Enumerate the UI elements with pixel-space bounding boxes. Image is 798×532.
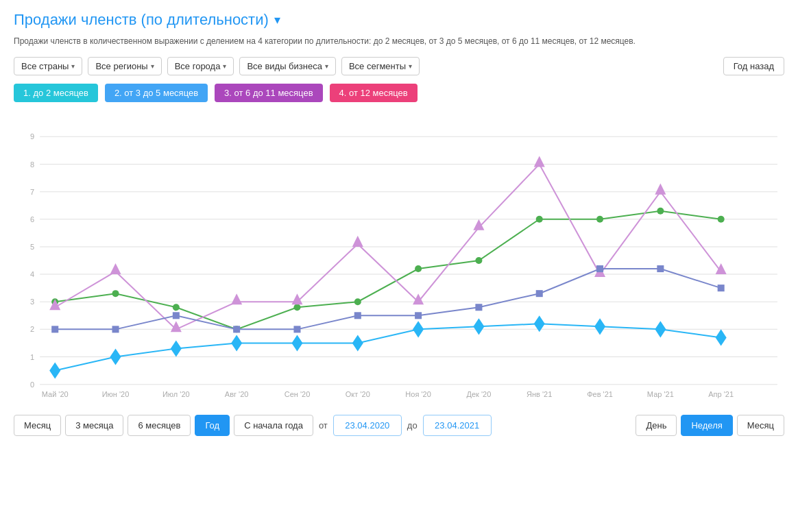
svg-rect-67 — [718, 285, 725, 291]
svg-text:Апр '21: Апр '21 — [708, 390, 734, 398]
svg-text:6: 6 — [30, 215, 34, 223]
svg-marker-52 — [534, 156, 545, 167]
bottom-controls: Месяц 3 месяца 6 месяцев Год С начала го… — [14, 408, 784, 439]
to-date-input[interactable] — [423, 415, 492, 436]
svg-text:Сен '20: Сен '20 — [285, 390, 311, 398]
svg-marker-55 — [716, 263, 727, 274]
chart-area: 0 1 2 3 4 5 6 7 8 9 — [14, 113, 784, 408]
chart-legend: 1. до 2 месяцев 2. от 3 до 5 месяцев 3. … — [14, 84, 784, 102]
svg-text:4: 4 — [30, 270, 34, 278]
svg-rect-64 — [536, 290, 543, 297]
svg-text:8: 8 — [30, 160, 34, 168]
svg-marker-33 — [110, 348, 121, 365]
svg-point-31 — [718, 216, 725, 223]
svg-marker-32 — [49, 362, 60, 378]
svg-rect-57 — [112, 326, 119, 332]
from-date-input[interactable] — [333, 415, 402, 436]
svg-rect-56 — [51, 326, 58, 332]
ytd-button[interactable]: С начала года — [234, 415, 313, 436]
svg-marker-36 — [291, 335, 302, 351]
legend-item-2[interactable]: 2. от 3 до 5 месяцев — [105, 84, 208, 102]
three-months-button[interactable]: 3 месяца — [65, 415, 123, 436]
year-button[interactable]: Год — [195, 415, 230, 436]
segments-dropdown-icon: ▾ — [409, 62, 412, 70]
cities-dropdown-icon: ▾ — [223, 62, 226, 70]
legend-item-3[interactable]: 3. от 6 до 11 месяцев — [215, 84, 322, 102]
svg-text:9: 9 — [30, 132, 34, 141]
svg-rect-62 — [415, 312, 422, 319]
series-cyan — [49, 315, 727, 378]
svg-marker-49 — [352, 236, 363, 247]
svg-marker-39 — [473, 318, 484, 335]
svg-point-26 — [415, 265, 422, 272]
regions-dropdown-icon: ▾ — [151, 62, 154, 70]
svg-point-27 — [475, 257, 482, 264]
countries-dropdown-icon: ▾ — [71, 62, 75, 70]
svg-point-22 — [173, 304, 180, 311]
svg-text:Фев '21: Фев '21 — [587, 390, 613, 398]
svg-text:1: 1 — [30, 352, 34, 361]
svg-marker-47 — [231, 293, 242, 304]
svg-text:Июл '20: Июл '20 — [162, 390, 190, 398]
from-label: от — [317, 420, 329, 431]
series-purple — [49, 156, 727, 332]
svg-text:Дек '20: Дек '20 — [467, 390, 492, 398]
filter-segments[interactable]: Все сегменты ▾ — [341, 57, 420, 75]
svg-text:Ноя '20: Ноя '20 — [405, 390, 431, 398]
svg-point-24 — [293, 304, 300, 311]
filter-countries[interactable]: Все страны ▾ — [14, 57, 82, 75]
svg-rect-66 — [657, 265, 664, 272]
title-dropdown-icon[interactable]: ▾ — [274, 12, 280, 27]
filter-cities[interactable]: Все города ▾ — [167, 57, 234, 75]
week-button[interactable]: Неделя — [681, 415, 732, 436]
series-blue — [51, 265, 724, 332]
svg-marker-38 — [413, 321, 424, 337]
svg-marker-54 — [655, 183, 666, 194]
svg-rect-59 — [233, 326, 240, 332]
legend-item-1[interactable]: 1. до 2 месяцев — [14, 84, 98, 102]
svg-text:3: 3 — [30, 298, 34, 306]
svg-marker-41 — [594, 318, 605, 335]
svg-rect-58 — [173, 312, 180, 319]
to-label: до — [406, 420, 419, 431]
svg-rect-60 — [293, 326, 300, 332]
x-axis-labels: Май '20 Июн '20 Июл '20 Авг '20 Сен '20 … — [42, 390, 734, 398]
svg-text:Мар '21: Мар '21 — [647, 390, 674, 398]
svg-text:Янв '21: Янв '21 — [527, 390, 552, 398]
period-button[interactable]: Год назад — [723, 57, 784, 75]
y-axis: 0 1 2 3 4 5 6 7 8 9 — [30, 132, 777, 388]
svg-marker-45 — [110, 263, 121, 274]
svg-text:5: 5 — [30, 243, 34, 251]
svg-text:2: 2 — [30, 325, 34, 333]
filters-bar: Все страны ▾ Все регионы ▾ Все города ▾ … — [14, 57, 784, 75]
filter-business[interactable]: Все виды бизнеса ▾ — [239, 57, 336, 75]
svg-text:Июн '20: Июн '20 — [102, 390, 130, 398]
svg-rect-65 — [596, 265, 603, 272]
svg-text:Окт '20: Окт '20 — [346, 390, 370, 398]
svg-marker-42 — [655, 321, 666, 337]
day-button[interactable]: День — [636, 415, 677, 436]
legend-item-4[interactable]: 4. от 12 месяцев — [330, 84, 418, 102]
svg-text:Авг '20: Авг '20 — [225, 390, 249, 398]
page-subtitle: Продажи членств в количественном выражен… — [14, 36, 784, 47]
svg-text:Май '20: Май '20 — [42, 390, 69, 398]
month2-button[interactable]: Месяц — [737, 415, 784, 436]
svg-point-28 — [536, 216, 543, 223]
svg-point-30 — [657, 208, 664, 215]
svg-rect-63 — [475, 304, 482, 311]
business-dropdown-icon: ▾ — [325, 62, 328, 70]
svg-point-21 — [112, 290, 119, 297]
svg-marker-51 — [473, 219, 484, 230]
svg-point-29 — [596, 216, 603, 223]
filter-regions[interactable]: Все регионы ▾ — [88, 57, 161, 75]
svg-text:0: 0 — [30, 380, 34, 388]
series-green — [51, 208, 724, 333]
svg-point-25 — [354, 298, 361, 305]
page-title: Продажи членств (по длительности) — [14, 11, 269, 29]
month-button[interactable]: Месяц — [14, 415, 61, 436]
svg-text:7: 7 — [30, 187, 34, 195]
six-months-button[interactable]: 6 месяцев — [128, 415, 191, 436]
svg-marker-34 — [171, 340, 182, 356]
svg-marker-43 — [716, 329, 727, 346]
main-chart-svg: 0 1 2 3 4 5 6 7 8 9 — [14, 113, 784, 408]
